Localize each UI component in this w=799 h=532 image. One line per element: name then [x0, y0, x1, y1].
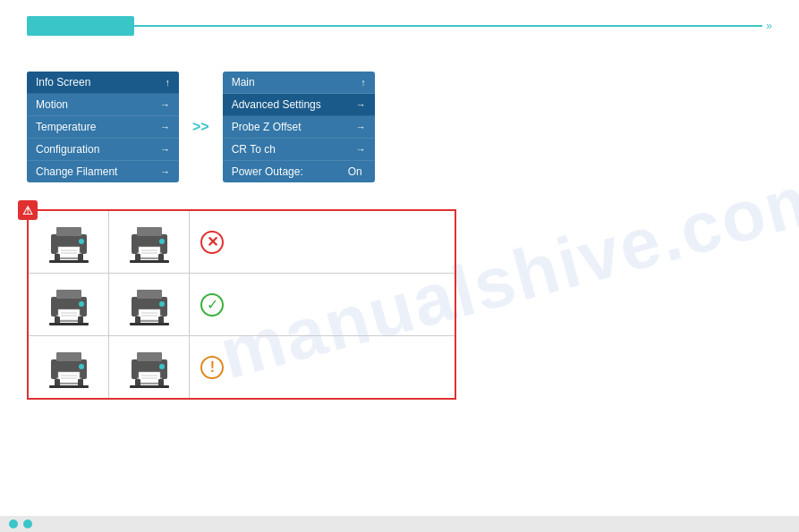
printer-svg-2b: [123, 281, 176, 325]
svg-rect-18: [158, 254, 164, 261]
svg-rect-23: [58, 309, 80, 320]
left-menu-item-info-screen[interactable]: Info Screen ↑: [27, 72, 179, 94]
printer-svg-2a: [42, 281, 96, 325]
svg-rect-53: [139, 372, 160, 383]
left-menu-arrow-change-filament: →: [160, 166, 170, 177]
svg-rect-49: [49, 385, 89, 388]
left-menu-item-motion[interactable]: Motion →: [27, 94, 179, 116]
svg-rect-27: [55, 317, 60, 324]
printer-icon-cell-3b: [109, 336, 190, 400]
printer-icon-cell-2b: [109, 274, 190, 336]
svg-rect-43: [58, 372, 80, 383]
bottom-dot-1: [9, 519, 18, 528]
left-menu-label-temperature: Temperature: [36, 121, 96, 133]
svg-rect-51: [137, 352, 162, 361]
bottom-bar: [0, 516, 799, 532]
svg-rect-38: [158, 317, 164, 324]
menus-area: Info Screen ↑ Motion → Temperature → Con…: [27, 72, 772, 182]
status-info-icon: !: [200, 356, 224, 379]
right-menu-arrow-advanced-settings: →: [356, 99, 366, 110]
svg-rect-7: [55, 254, 60, 261]
svg-rect-39: [130, 323, 169, 325]
right-menu-item-cr-touch[interactable]: CR To ch →: [223, 139, 375, 161]
right-menu-label-probe-z-offset: Probe Z Offset: [232, 121, 302, 133]
svg-rect-19: [130, 260, 169, 263]
svg-rect-28: [78, 317, 83, 324]
svg-rect-59: [130, 385, 169, 388]
svg-point-16: [159, 239, 165, 244]
status-cell-x: ✕: [190, 210, 455, 274]
svg-rect-17: [135, 254, 140, 261]
left-menu-item-temperature[interactable]: Temperature →: [27, 116, 179, 139]
top-bar-line: [134, 25, 762, 27]
left-menu-label-configuration: Configuration: [36, 143, 99, 156]
top-bar: »: [27, 16, 772, 36]
left-menu-label-change-filament: Change Filament: [36, 165, 117, 178]
svg-point-6: [79, 239, 84, 244]
table-row: ✓: [28, 274, 455, 336]
svg-point-36: [159, 301, 165, 307]
left-menu-arrow-configuration: →: [160, 144, 170, 155]
printer-svg-3a: [42, 343, 96, 388]
right-menu-label-cr-touch: CR To ch: [232, 143, 276, 156]
left-menu-item-change-filament[interactable]: Change Filament →: [27, 161, 179, 182]
svg-rect-11: [137, 227, 162, 236]
warning-icon: ⚠: [18, 200, 38, 220]
svg-rect-31: [137, 290, 162, 299]
left-menu-panel: Info Screen ↑ Motion → Temperature → Con…: [27, 72, 179, 182]
right-menu-item-main[interactable]: Main ↑: [223, 72, 375, 94]
right-menu-arrow-main: ↑: [361, 77, 366, 88]
svg-rect-3: [58, 247, 80, 258]
right-menu-item-power-outage[interactable]: Power Outage: On: [223, 161, 375, 182]
printer-icon-cell-1a: [28, 210, 109, 274]
double-arrow: >>: [192, 119, 209, 135]
left-menu-label-info-screen: Info Screen: [36, 76, 90, 89]
right-menu-label-advanced-settings: Advanced Settings: [232, 98, 321, 111]
printer-svg-1a: [42, 218, 96, 263]
svg-rect-58: [158, 379, 164, 386]
svg-rect-41: [56, 352, 81, 361]
right-menu-label-power-outage: Power Outage:: [232, 165, 303, 178]
top-bar-teal-block: [27, 16, 134, 36]
right-menu-panel: Main ↑ Advanced Settings → Probe Z Offse…: [223, 72, 375, 182]
status-cell-check: ✓: [190, 274, 455, 336]
svg-rect-29: [49, 323, 89, 325]
right-menu-value-power-outage: On: [348, 165, 362, 178]
svg-rect-48: [78, 379, 83, 386]
right-menu-arrow-probe-z-offset: →: [356, 122, 366, 132]
svg-point-26: [79, 301, 84, 307]
top-bar-arrows: »: [766, 20, 772, 32]
printer-icon-cell-1b: [109, 210, 190, 274]
left-menu-arrow-motion: →: [160, 99, 170, 110]
right-menu-item-advanced-settings[interactable]: Advanced Settings →: [223, 94, 375, 116]
svg-point-56: [159, 364, 165, 369]
table-row: ✕: [28, 210, 455, 274]
svg-point-46: [79, 364, 84, 369]
main-content: Info Screen ↑ Motion → Temperature → Con…: [27, 45, 772, 514]
left-menu-arrow-info-screen: ↑: [166, 77, 171, 88]
status-x-icon: ✕: [200, 231, 224, 254]
printer-icon-cell-2a: [28, 274, 109, 336]
right-menu-arrow-cr-touch: →: [356, 144, 366, 155]
svg-rect-1: [56, 227, 81, 236]
svg-rect-47: [55, 379, 60, 386]
diagram-area: ⚠: [27, 209, 772, 400]
svg-rect-57: [135, 379, 140, 386]
svg-rect-37: [135, 317, 140, 324]
right-menu-label-main: Main: [232, 76, 255, 89]
svg-rect-21: [56, 290, 81, 299]
left-menu-arrow-temperature: →: [160, 122, 170, 132]
left-menu-label-motion: Motion: [36, 98, 68, 111]
status-cell-info: !: [190, 336, 455, 400]
svg-rect-33: [139, 309, 160, 320]
printer-svg-1b: [123, 218, 176, 263]
printer-svg-3b: [123, 343, 176, 388]
svg-rect-8: [78, 254, 83, 261]
svg-rect-13: [139, 247, 160, 258]
svg-rect-9: [49, 260, 89, 263]
right-menu-item-probe-z-offset[interactable]: Probe Z Offset →: [223, 116, 375, 139]
bottom-dot-2: [23, 519, 32, 528]
left-menu-item-configuration[interactable]: Configuration →: [27, 139, 179, 161]
status-check-icon: ✓: [200, 293, 224, 317]
printer-icon-cell-3a: [28, 336, 109, 400]
